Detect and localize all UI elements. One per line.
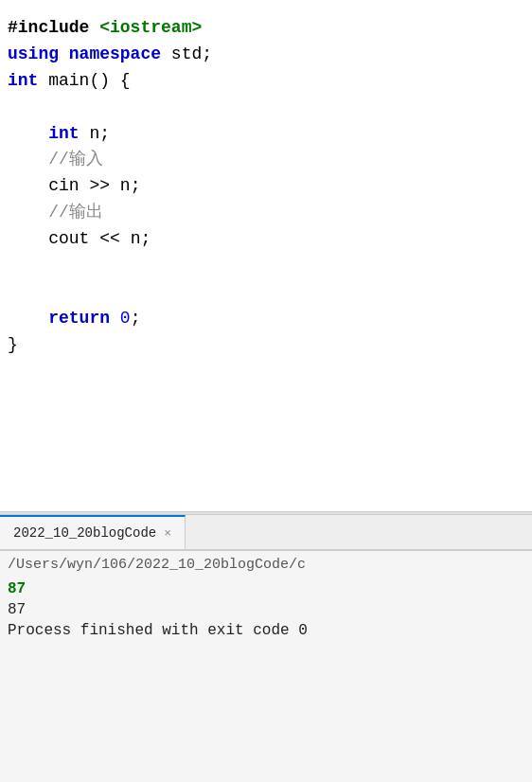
terminal-tab-bar: 2022_10_20blogCode × <box>0 515 532 551</box>
code-line: int n; <box>8 121 524 148</box>
terminal-tab[interactable]: 2022_10_20blogCode × <box>0 515 186 549</box>
code-line: //输出 <box>8 200 524 226</box>
code-line: cin >> n; <box>8 173 524 200</box>
code-line <box>8 95 524 121</box>
terminal-output: 8787Process finished with exit code 0 <box>0 578 532 641</box>
terminal-output-line: 87 <box>0 599 532 620</box>
code-line: } <box>8 332 524 359</box>
terminal-panel: 2022_10_20blogCode × /Users/wyn/106/2022… <box>0 515 532 782</box>
terminal-file-path: /Users/wyn/106/2022_10_20blogCode/c <box>0 551 532 578</box>
code-line: cout << n; <box>8 226 524 253</box>
code-editor: #include <iostream>using namespace std;i… <box>0 0 532 511</box>
code-line: using namespace std; <box>8 42 524 68</box>
code-line <box>8 253 524 279</box>
terminal-tab-label: 2022_10_20blogCode <box>13 525 156 541</box>
terminal-tab-close[interactable]: × <box>164 526 171 541</box>
terminal-output-line: Process finished with exit code 0 <box>0 620 532 641</box>
code-line: //输入 <box>8 147 524 173</box>
terminal-output-line: 87 <box>0 578 532 599</box>
code-line: #include <iostream> <box>8 15 524 42</box>
code-line <box>8 279 524 306</box>
code-line: return 0; <box>8 306 524 332</box>
code-line: int main() { <box>8 68 524 95</box>
